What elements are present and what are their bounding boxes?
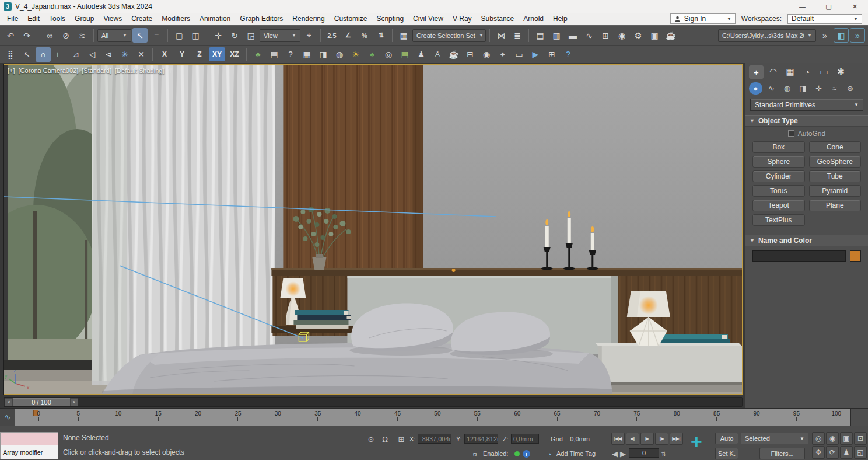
curve-editor-icon[interactable]: ∿ [582, 28, 597, 43]
list-view-icon[interactable]: ▤ [267, 47, 282, 62]
snaps-toggle-2-icon[interactable]: ∩ [36, 47, 51, 62]
zoom-region-icon[interactable]: ⊡ [854, 432, 867, 445]
subtab-geometry-icon[interactable]: ● [749, 82, 762, 95]
snap-2d-icon[interactable]: ∟ [52, 47, 67, 62]
material-editor-icon[interactable]: ◉ [614, 28, 629, 43]
next-frame-arrow[interactable]: > [70, 398, 78, 406]
time-tag-icon[interactable]: ◔ [544, 448, 555, 460]
tab-create-icon[interactable]: + [749, 65, 764, 79]
menu-scripting[interactable]: Scripting [372, 15, 408, 23]
go-to-end-button[interactable]: ▶▶| [670, 433, 683, 445]
menu-rendering[interactable]: Rendering [288, 15, 329, 23]
clear-snap-icon[interactable]: ✕ [134, 47, 149, 62]
sign-in-dropdown[interactable]: Sign In ▼ [670, 13, 736, 24]
snap-25d-icon[interactable]: ⊿ [68, 47, 83, 62]
key-filters-button[interactable]: Filters... [760, 448, 805, 459]
tab-display-icon[interactable]: ▭ [817, 65, 831, 79]
maxscript-mini-listener[interactable]: Array modifier [0, 432, 58, 459]
axis-xz-button[interactable]: XZ [226, 47, 243, 61]
viewport-camera-menu[interactable]: [Corona Camera002] [19, 67, 79, 74]
play-button[interactable]: ▶ [640, 433, 654, 445]
track-bar[interactable]: ∿ 05101520253035404550556065707580859095… [0, 408, 868, 426]
axis-y-button[interactable]: Y [174, 47, 190, 61]
workspace-dropdown[interactable]: Default ▼ [788, 14, 862, 24]
object-type-box[interactable]: Box [752, 141, 805, 153]
biped-icon[interactable]: ♙ [430, 47, 445, 62]
reference-coordinate-dropdown[interactable]: View▼ [260, 29, 300, 42]
menu-help[interactable]: Help [548, 15, 572, 23]
frame-step-forward-icon[interactable]: ▶ [620, 448, 626, 459]
sun-positioner-icon[interactable]: ☀ [348, 47, 363, 62]
rendered-frame-window-icon[interactable]: ▣ [647, 28, 662, 43]
rectangular-selection-icon[interactable]: ▢ [172, 28, 187, 43]
object-type-pyramid[interactable]: Pyramid [809, 185, 862, 197]
edit-named-selection-sets-icon[interactable]: ▦ [396, 28, 411, 43]
frame-spinner[interactable]: ⇅ [660, 448, 667, 459]
previous-frame-button[interactable]: ◀| [626, 433, 639, 445]
togg scene-explorer-icon[interactable]: ▤ [533, 28, 548, 43]
angle-snap-icon[interactable]: ∠ [341, 28, 356, 43]
select-by-name-icon[interactable]: ≡ [149, 28, 164, 43]
subtab-systems-icon[interactable]: ⊛ [844, 82, 857, 95]
tab-motion-icon[interactable]: ◔ [800, 65, 814, 79]
tab-hierarchy-icon[interactable]: ▦ [783, 65, 797, 79]
subtab-shapes-icon[interactable]: ∿ [765, 82, 778, 95]
listener-macro-line[interactable] [0, 432, 58, 445]
transform-type-in-icon[interactable]: ⊞ [396, 433, 407, 445]
time-slider-handle[interactable]: < 0 / 100 > [5, 398, 78, 406]
per-view-filter-icon[interactable] [167, 68, 173, 74]
checklist-icon[interactable]: ▤ [397, 47, 412, 62]
pan-icon[interactable]: ✥ [812, 446, 825, 459]
select-and-scale-icon[interactable]: ◲ [243, 28, 258, 43]
y-coordinate-field[interactable]: 12164,812mm [464, 434, 498, 444]
pick-cursor-icon[interactable]: ↖ [19, 47, 34, 62]
menu-file[interactable]: File [2, 15, 23, 23]
monitor-icon[interactable]: ▭ [512, 47, 527, 62]
tree-icon[interactable]: ♠ [365, 47, 380, 62]
enabled-indicator[interactable] [514, 451, 520, 456]
autogrid-checkbox[interactable] [788, 130, 794, 137]
viewport[interactable]: x y z [+] [Corona Camera002] [Standard] … [4, 64, 743, 395]
render-production-icon[interactable]: ☕ [663, 28, 678, 43]
viewport-layout-icon[interactable]: ◧ [834, 28, 849, 43]
go-to-start-button[interactable]: |◀◀ [611, 433, 625, 445]
add-grid-icon[interactable]: ⊞ [544, 47, 559, 62]
set-key-button[interactable]: Set K. [715, 448, 738, 459]
axis-z-button[interactable]: Z [191, 47, 208, 61]
window-crossing-icon[interactable]: ◫ [188, 28, 203, 43]
schematic-view-icon[interactable]: ⊞ [598, 28, 613, 43]
menu-arnold[interactable]: Arnold [519, 15, 548, 23]
subtab-space-warps-icon[interactable]: ≈ [828, 82, 841, 95]
object-type-textplus[interactable]: TextPlus [752, 214, 805, 226]
tab-utilities-icon[interactable]: ✱ [834, 65, 848, 79]
close-button[interactable]: ✕ [842, 0, 868, 13]
unlink-selection-icon[interactable]: ⊘ [58, 28, 74, 43]
menu-edit[interactable]: Edit [23, 15, 44, 23]
maximize-button[interactable]: ▢ [816, 0, 842, 13]
current-frame-field[interactable]: 0 [629, 448, 659, 458]
select-and-place-icon[interactable]: ⌖ [302, 28, 317, 43]
key-mode-icon[interactable]: ¤ [469, 448, 481, 460]
viewport-shading-menu[interactable]: [Default Shading] [115, 67, 164, 74]
menu-animation[interactable]: Animation [195, 15, 235, 23]
selection-filter-dropdown[interactable]: All▼ [97, 29, 131, 42]
object-type-geosphere[interactable]: GeoSphere [809, 156, 862, 168]
toolbar-overflow-icon[interactable]: » [817, 28, 832, 43]
listener-script-line[interactable]: Array modifier [0, 445, 58, 459]
layers-icon[interactable]: ⊟ [463, 47, 478, 62]
menu-tools[interactable]: Tools [44, 15, 70, 23]
object-type-rollout-header[interactable]: ▼ Object Type [746, 115, 868, 127]
select-object-icon[interactable]: ↖ [132, 28, 148, 43]
object-type-sphere[interactable]: Sphere [752, 156, 805, 168]
tab-modify-icon[interactable]: ◠ [766, 65, 780, 79]
menu-customize[interactable]: Customize [330, 15, 372, 23]
polygon-snap-icon[interactable]: ◁ [85, 47, 100, 62]
menu-substance[interactable]: Substance [477, 15, 519, 23]
select-and-move-icon[interactable]: ✛ [211, 28, 226, 43]
selected-key-dropdown[interactable]: Selected ▼ [741, 433, 808, 444]
object-type-cylinder[interactable]: Cylinder [752, 170, 805, 182]
orbit-icon[interactable]: ⟳ [826, 446, 839, 459]
axis-xy-button[interactable]: XY [209, 47, 225, 61]
menu-create[interactable]: Create [127, 15, 157, 23]
isolate-selection-icon[interactable]: ⊙ [365, 433, 377, 445]
